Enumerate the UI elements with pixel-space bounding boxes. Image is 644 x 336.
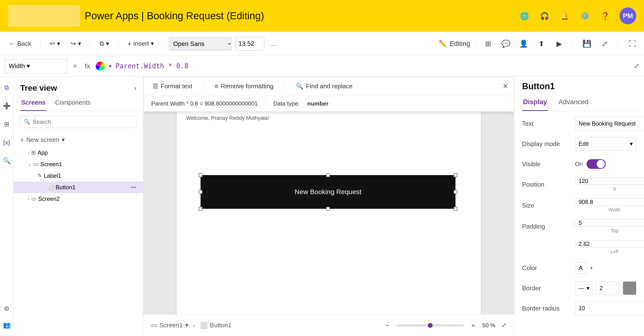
size-width-label: Width	[575, 207, 644, 212]
tree-item-screen2[interactable]: › ▭ Screen2	[14, 193, 143, 205]
text-view-icon[interactable]: ⊞	[482, 38, 494, 50]
tree-item-app[interactable]: › ⊞ App	[14, 147, 143, 158]
redo-chevron-icon: ▾	[78, 40, 81, 48]
undo-button[interactable]: ↩ ▾	[46, 38, 64, 49]
breadcrumb-element[interactable]: ⬜ Button1	[200, 322, 232, 329]
border-style-select[interactable]: — ▾	[575, 282, 593, 295]
property-select[interactable]: Width ▾	[5, 59, 67, 73]
back-button[interactable]: ← Back	[6, 38, 35, 49]
find-replace-button[interactable]: 🔍 Find and replace	[292, 80, 356, 92]
tree-collapse-button[interactable]: ›	[134, 84, 136, 92]
handle-middle-left[interactable]	[199, 190, 202, 194]
zoom-expand-icon[interactable]: ⤢	[501, 322, 506, 329]
handle-middle-right[interactable]	[454, 190, 458, 194]
tab-display[interactable]: Display	[522, 95, 548, 111]
prop-input-pad-top[interactable]	[575, 219, 644, 226]
breadcrumb-screen[interactable]: ▭ Screen1 ▾	[151, 322, 188, 329]
prop-input-border-radius[interactable]	[575, 302, 644, 315]
zoom-slider-thumb[interactable]	[428, 323, 432, 328]
prop-select-display-mode[interactable]: Edit ▾	[575, 137, 636, 150]
tree-item-label1[interactable]: ✎ Label1	[14, 170, 143, 182]
sidebar-item-add[interactable]: ➕	[2, 100, 12, 111]
search-input[interactable]	[33, 118, 133, 125]
settings-icon[interactable]: ⚙️	[579, 10, 590, 22]
sidebar-icon-strip: ⧉ ➕ ⊞ [x] 🔍 ⚙ 👥	[0, 76, 14, 336]
sidebar-item-data[interactable]: ⊞	[2, 119, 12, 130]
padding-lr-inputs: Left Right	[575, 240, 644, 254]
tab-screens[interactable]: Screens	[20, 96, 46, 111]
border-color-swatch[interactable]	[623, 282, 636, 295]
handle-bottom-middle[interactable]	[326, 207, 330, 211]
play-icon[interactable]: ▶	[553, 38, 565, 50]
bell-icon[interactable]: 🔔	[559, 10, 570, 22]
handle-top-right[interactable]	[454, 173, 458, 177]
canvas-content[interactable]: Welcome, Pranay Reddy Muthyala! New Book…	[143, 112, 514, 314]
insert-chevron-icon: ▾	[151, 40, 154, 48]
person-icon[interactable]: 👤	[518, 38, 530, 50]
popup-close-button[interactable]: ✕	[502, 82, 508, 90]
color-swatch-button[interactable]: A	[575, 262, 586, 274]
pos-x-group: X	[575, 178, 644, 192]
border-width-input[interactable]	[596, 282, 620, 295]
color-palette-icon	[96, 62, 105, 71]
tab-advanced[interactable]: Advanced	[558, 95, 590, 111]
remove-formatting-button[interactable]: ≡ Remove formatting	[211, 80, 277, 92]
globe-icon[interactable]: 🌐	[518, 10, 530, 22]
prop-label-size: Size	[522, 202, 575, 209]
sidebar-item-search[interactable]: 🔍	[2, 155, 12, 166]
right-panel-header: Button1 Display Advanced	[514, 76, 644, 111]
add-button[interactable]: + Insert ▾	[124, 38, 157, 49]
format-text-button[interactable]: ☰ Format text	[149, 80, 196, 92]
formula-input[interactable]	[116, 59, 630, 73]
handle-bottom-left[interactable]	[199, 207, 202, 211]
handle-top-middle[interactable]	[326, 173, 330, 177]
sidebar-item-layers[interactable]: ⧉	[2, 82, 12, 93]
pad-top-group: Top	[575, 219, 644, 234]
share-icon[interactable]: ⬆	[535, 38, 547, 50]
prop-row-visible: Visible On	[522, 157, 636, 171]
new-screen-button[interactable]: + New screen ▾	[14, 133, 143, 147]
font-size-input[interactable]	[236, 37, 264, 50]
expand-icon[interactable]: ⤢	[598, 38, 610, 50]
copy-button[interactable]: ⧉ ▾	[96, 38, 112, 49]
insert-label: Insert	[133, 40, 149, 48]
zoom-in-button[interactable]: +	[468, 320, 478, 331]
prop-input-text[interactable]	[575, 117, 644, 130]
button1-element[interactable]: New Booking Request	[200, 175, 456, 209]
fullscreen-icon[interactable]: ⛶	[626, 38, 638, 50]
more-options-icon[interactable]: •••	[131, 184, 136, 190]
sidebar-item-people[interactable]: 👥	[2, 320, 12, 330]
equals-sign: =	[71, 62, 79, 70]
formula-expand-icon[interactable]: ⤢	[634, 62, 639, 70]
visible-toggle[interactable]	[586, 159, 606, 169]
tab-components[interactable]: Components	[54, 96, 92, 111]
sidebar-item-settings[interactable]: ⚙	[2, 303, 12, 314]
tree-item-button1[interactable]: ⬜ Button1 •••	[14, 182, 143, 193]
sidebar-item-variables[interactable]: [x]	[2, 137, 12, 148]
prop-input-pad-left[interactable]	[575, 240, 644, 248]
more-options-button[interactable]: ...	[268, 40, 280, 48]
toolbar: ← Back ↩ ▾ ↪ ▾ ⧉ ▾ + Insert ▾ Open Sans …	[0, 32, 644, 56]
redo-icon: ↪	[71, 40, 76, 48]
color-arrow-icon[interactable]: ▾	[590, 265, 592, 270]
formula-result-bar: Parent.Width * 0.8 = 908.8000000000001 D…	[144, 96, 514, 112]
headset-icon[interactable]: 🎧	[539, 10, 550, 22]
formula-popup-toolbar: ☰ Format text ≡ Remove formatting 🔍 Find…	[144, 77, 514, 96]
property-label: Width	[9, 62, 25, 70]
redo-button[interactable]: ↪ ▾	[67, 38, 84, 49]
zoom-out-button[interactable]: −	[382, 320, 393, 331]
avatar[interactable]: PM	[620, 8, 636, 24]
help-icon[interactable]: ❓	[599, 10, 611, 22]
handle-top-left[interactable]	[199, 173, 202, 177]
handle-bottom-right[interactable]	[454, 207, 458, 211]
save-icon[interactable]: 💾	[581, 38, 593, 50]
tree-items: › ⊞ App ⌄ ▭ Screen1 ✎ Label1 ⬜ Button1 •…	[14, 147, 143, 336]
comment-icon[interactable]: 💬	[500, 38, 512, 50]
font-family-select[interactable]: Open Sans	[169, 37, 232, 50]
prop-input-pos-x[interactable]	[575, 178, 644, 185]
toolbar-sep-4	[163, 38, 163, 50]
tree-item-screen1[interactable]: ⌄ ▭ Screen1	[14, 158, 143, 170]
toolbar-sep-7	[618, 38, 618, 50]
prop-input-size-width[interactable]	[575, 198, 644, 206]
zoom-slider[interactable]	[396, 324, 464, 326]
